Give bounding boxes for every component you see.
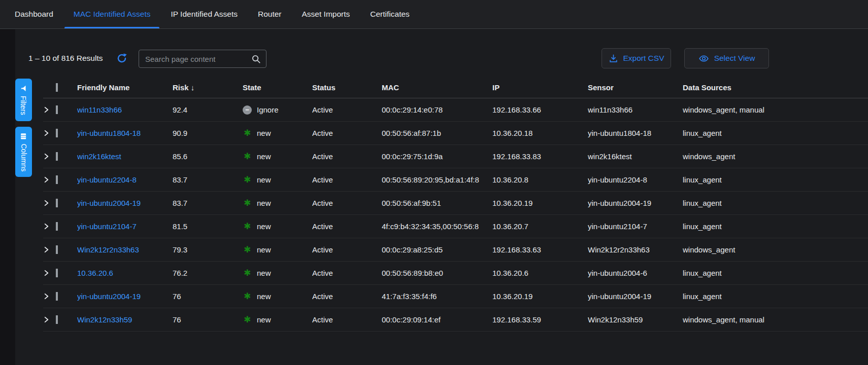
mac-value: 00:0c:29:75:1d:9a [382,152,492,161]
status-value: Active [312,199,382,207]
header-friendly-name[interactable]: Friendly Name [77,83,173,92]
header-sensor[interactable]: Sensor [588,83,683,92]
friendly-name-link[interactable]: yin-ubuntu2004-19 [77,292,141,301]
state-new-icon: ✱ [243,269,252,278]
table-row: yin-ubuntu2004-19 83.7 ✱ new Active 00:5… [43,192,868,215]
chevron-right-icon [43,153,50,160]
status-value: Active [312,245,382,254]
risk-value: 92.4 [173,105,243,114]
friendly-name-link[interactable]: yin-ubuntu2104-7 [77,222,137,231]
sensor-value: yin-ubuntu2004-19 [588,199,683,207]
state-new-icon: ✱ [243,152,252,161]
risk-value: 76 [173,315,243,324]
search-icon[interactable] [251,54,261,64]
select-view-label: Select View [714,54,755,63]
friendly-name-link[interactable]: win11n33h66 [77,105,122,114]
status-value: Active [312,222,382,231]
data-sources-value: linux_agent [683,175,868,184]
data-sources-value: linux_agent [683,222,868,231]
friendly-name-link[interactable]: Win2k12n33h59 [77,315,132,324]
ip-value: 192.168.33.59 [492,315,588,324]
header-data-sources[interactable]: Data Sources [683,83,868,92]
header-ip[interactable]: IP [492,83,588,92]
risk-value: 83.7 [173,175,243,184]
friendly-name-link[interactable]: win2k16ktest [77,152,121,161]
data-sources-value: windows_agent, manual [683,105,868,114]
tab-label: Router [258,10,282,19]
filters-button[interactable]: Filters [15,79,32,121]
mac-value: 00:50:56:89:b8:e0 [382,269,492,277]
row-checkbox[interactable] [56,175,58,184]
select-view-button[interactable]: Select View [684,48,769,68]
row-checkbox[interactable] [56,292,58,301]
friendly-name-link[interactable]: Win2k12r2n33h63 [77,245,139,254]
state-new-icon: ✱ [243,175,252,185]
search-input[interactable] [144,54,247,64]
risk-value: 76 [173,292,243,301]
header-status[interactable]: Status [312,83,382,92]
columns-button[interactable]: Columns [15,127,32,177]
filters-label: Filters [20,96,28,115]
top-nav: Dashboard MAC Identified Assets IP Ident… [0,0,868,29]
expand-row-button[interactable] [43,176,56,183]
row-checkbox[interactable] [56,315,58,324]
tab-ip-identified-assets[interactable]: IP Identified Assets [161,0,247,28]
row-checkbox[interactable] [56,245,58,254]
select-all-checkbox[interactable] [56,83,58,92]
row-checkbox[interactable] [56,152,58,161]
risk-value: 83.7 [173,199,243,207]
expand-row-button[interactable] [43,153,56,160]
header-mac[interactable]: MAC [382,83,492,92]
expand-row-button[interactable] [43,246,56,253]
tab-label: Certificates [370,10,410,19]
expand-row-button[interactable] [43,223,56,230]
refresh-button[interactable] [116,52,128,64]
header-risk[interactable]: Risk↓ [173,83,243,92]
tab-router[interactable]: Router [249,0,291,28]
friendly-name-link[interactable]: yin-ubuntu1804-18 [77,129,141,137]
ip-value: 10.36.20.7 [492,222,588,231]
table-body: win11n33h66 92.4 − Ignore Active 00:0c:2… [43,98,868,332]
chevron-right-icon [43,270,50,276]
tab-asset-imports[interactable]: Asset Imports [293,0,359,28]
expand-row-button[interactable] [43,270,56,276]
table-row: win11n33h66 92.4 − Ignore Active 00:0c:2… [43,98,868,122]
ip-value: 10.36.20.18 [492,129,588,137]
chevron-right-icon [43,106,50,113]
ip-value: 10.36.20.8 [492,175,588,184]
tab-certificates[interactable]: Certificates [361,0,419,28]
friendly-name-link[interactable]: 10.36.20.6 [77,269,113,277]
expand-row-button[interactable] [43,293,56,300]
table-row: 10.36.20.6 76.2 ✱ new Active 00:50:56:89… [43,262,868,285]
status-value: Active [312,292,382,301]
status-value: Active [312,129,382,137]
row-checkbox[interactable] [56,199,58,207]
header-state[interactable]: State [243,83,312,92]
state-new-icon: ✱ [243,245,252,254]
state-label: new [257,129,271,137]
friendly-name-link[interactable]: yin-ubuntu2004-19 [77,199,141,207]
status-value: Active [312,152,382,161]
chevron-right-icon [43,293,50,300]
ip-value: 10.36.20.19 [492,199,588,207]
expand-row-button[interactable] [43,316,56,323]
expand-row-button[interactable] [43,106,56,113]
row-checkbox[interactable] [56,105,58,114]
assets-table: Friendly Name Risk↓ State Status MAC IP … [43,77,868,332]
row-checkbox[interactable] [56,222,58,231]
friendly-name-link[interactable]: yin-ubuntu2204-8 [77,175,137,184]
row-checkbox[interactable] [56,129,58,137]
data-sources-value: linux_agent [683,129,868,137]
table-row: yin-ubuntu2004-19 76 ✱ new Active 41:7a:… [43,285,868,308]
sensor-value: yin-ubuntu2104-7 [588,222,683,231]
tab-mac-identified-assets[interactable]: MAC Identified Assets [64,0,160,28]
tab-dashboard[interactable]: Dashboard [6,0,62,28]
mac-value: 00:50:56:89:20:95,bd:a1:4f:8 [382,175,492,184]
table-row: yin-ubuntu1804-18 90.9 ✱ new Active 00:5… [43,122,868,145]
expand-row-button[interactable] [43,130,56,136]
sort-desc-icon: ↓ [191,83,195,92]
row-checkbox[interactable] [56,269,58,277]
expand-row-button[interactable] [43,200,56,206]
export-csv-button[interactable]: Export CSV [602,48,671,68]
chevron-right-icon [43,176,50,183]
